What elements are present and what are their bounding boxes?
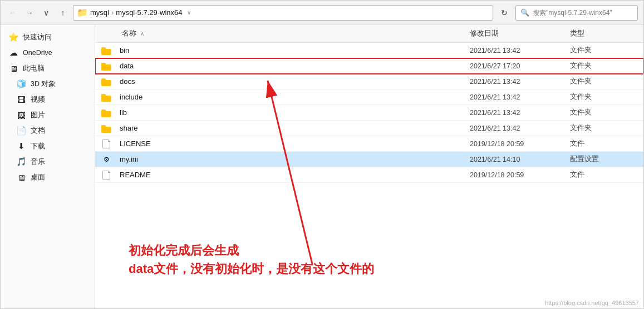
table-row[interactable]: README 2019/12/18 20:59 文件 xyxy=(95,167,643,183)
file-name: LICENSE xyxy=(117,139,465,148)
search-bar: 🔍 xyxy=(515,5,638,21)
search-icon: 🔍 xyxy=(520,8,529,17)
search-input[interactable] xyxy=(533,9,627,17)
sidebar-label-documents: 文档 xyxy=(31,126,45,136)
file-icon-cell xyxy=(95,77,117,86)
file-name: data xyxy=(117,62,465,70)
explorer-window: ← → ∨ ↑ 📁 mysql › mysql-5.7.29-winx64 ∨ … xyxy=(0,0,644,309)
file-name: include xyxy=(117,93,465,101)
file-type: 文件夹 xyxy=(566,123,643,133)
sidebar-label-downloads: 下载 xyxy=(31,142,45,151)
sidebar-label-desktop: 桌面 xyxy=(31,173,45,182)
column-header: 名称 ∧ 修改日期 类型 xyxy=(95,25,643,43)
toolbar: ← → ∨ ↑ 📁 mysql › mysql-5.7.29-winx64 ∨ … xyxy=(1,1,643,25)
sidebar-label-this-pc: 此电脑 xyxy=(23,64,45,73)
file-type: 文件夹 xyxy=(566,77,643,86)
sidebar-label-videos: 视频 xyxy=(31,95,45,104)
table-row[interactable]: lib 2021/6/21 13:42 文件夹 xyxy=(95,105,643,121)
col-type[interactable]: 类型 xyxy=(566,27,643,40)
file-icon-cell xyxy=(95,124,117,133)
address-bar[interactable]: 📁 mysql › mysql-5.7.29-winx64 ∨ xyxy=(73,5,493,21)
sidebar-item-quick-access[interactable]: ⭐ 快速访问 xyxy=(1,29,95,45)
sort-arrow-icon: ∧ xyxy=(140,31,144,37)
file-date: 2019/12/18 20:59 xyxy=(465,140,566,148)
document-icon: 📄 xyxy=(16,126,26,136)
dropdown-nav-button[interactable]: ∨ xyxy=(40,6,53,19)
file-date: 2019/12/18 20:59 xyxy=(465,171,566,179)
file-name: lib xyxy=(117,108,465,117)
sidebar-item-music[interactable]: 🎵 音乐 xyxy=(1,154,95,170)
back-button[interactable]: ← xyxy=(6,6,19,19)
desktop-icon: 🖥 xyxy=(16,172,26,182)
table-row[interactable]: LICENSE 2019/12/18 20:59 文件 xyxy=(95,136,643,152)
table-row[interactable]: ⚙ my.ini 2021/6/21 14:10 配置设置 xyxy=(95,152,643,167)
table-row[interactable]: data 2021/6/27 17:20 文件夹 xyxy=(95,58,643,74)
table-row[interactable]: bin 2021/6/21 13:42 文件夹 xyxy=(95,43,643,58)
file-icon-cell xyxy=(95,93,117,102)
sidebar-label-onedrive: OneDrive xyxy=(23,49,52,57)
table-row[interactable]: share 2021/6/21 13:42 文件夹 xyxy=(95,121,643,136)
sidebar-item-this-pc[interactable]: 🖥 此电脑 xyxy=(1,61,95,76)
sidebar-item-desktop[interactable]: 🖥 桌面 xyxy=(1,170,95,185)
sidebar-label-music: 音乐 xyxy=(31,157,45,167)
file-date: 2021/6/21 13:42 xyxy=(465,109,566,117)
col-name[interactable]: 名称 ∧ xyxy=(117,27,465,40)
file-type: 文件夹 xyxy=(566,46,643,55)
file-name: share xyxy=(117,124,465,132)
address-dropdown-icon[interactable]: ∨ xyxy=(187,9,191,16)
file-date: 2021/6/27 17:20 xyxy=(465,62,566,70)
sidebar-item-documents[interactable]: 📄 文档 xyxy=(1,123,95,138)
col-date[interactable]: 修改日期 xyxy=(465,27,566,40)
file-name: bin xyxy=(117,46,465,54)
file-icon-cell xyxy=(95,62,117,71)
cloud-icon: ☁ xyxy=(8,48,18,58)
file-panel: 名称 ∧ 修改日期 类型 xyxy=(95,25,643,308)
file-icon-cell: ⚙ xyxy=(95,154,117,164)
file-date: 2021/6/21 13:42 xyxy=(465,93,566,101)
file-type: 文件夹 xyxy=(566,108,643,117)
file-type: 文件 xyxy=(566,170,643,180)
file-icon-cell xyxy=(95,170,117,180)
file-icon-cell xyxy=(95,46,117,55)
download-icon: ⬇ xyxy=(16,141,26,151)
sidebar-label-3d-objects: 3D 对象 xyxy=(31,79,56,89)
breadcrumb-part-2: mysql-5.7.29-winx64 xyxy=(116,8,182,17)
sidebar-item-videos[interactable]: 🎞 视频 xyxy=(1,92,95,107)
breadcrumb-part-1: mysql xyxy=(90,8,109,17)
picture-icon: 🖼 xyxy=(16,110,26,120)
main-area: ⭐ 快速访问 ☁ OneDrive 🖥 此电脑 🧊 3D 对象 🎞 视频 🖼 xyxy=(1,25,643,308)
file-date: 2021/6/21 14:10 xyxy=(465,156,566,163)
sidebar-label-quick-access: 快速访问 xyxy=(23,33,52,42)
breadcrumb: mysql › mysql-5.7.29-winx64 xyxy=(90,8,183,17)
sidebar-item-onedrive[interactable]: ☁ OneDrive xyxy=(1,45,95,61)
file-icon-cell xyxy=(95,108,117,117)
video-icon: 🎞 xyxy=(16,94,26,104)
file-date: 2021/6/21 13:42 xyxy=(465,78,566,86)
table-row[interactable]: docs 2021/6/21 13:42 文件夹 xyxy=(95,74,643,89)
refresh-button[interactable]: ↻ xyxy=(496,5,512,21)
table-row[interactable]: include 2021/6/21 13:42 文件夹 xyxy=(95,89,643,105)
sidebar-item-3d-objects[interactable]: 🧊 3D 对象 xyxy=(1,76,95,92)
breadcrumb-sep-1: › xyxy=(111,8,114,17)
file-type: 文件 xyxy=(566,139,643,148)
file-date: 2021/6/21 13:42 xyxy=(465,124,566,132)
file-icon-cell xyxy=(95,139,117,148)
file-name: docs xyxy=(117,77,465,86)
file-name: README xyxy=(117,171,465,179)
sidebar: ⭐ 快速访问 ☁ OneDrive 🖥 此电脑 🧊 3D 对象 🎞 视频 🖼 xyxy=(1,25,95,308)
file-name: my.ini xyxy=(117,155,465,163)
file-type: 文件夹 xyxy=(566,92,643,102)
star-icon: ⭐ xyxy=(8,32,18,42)
cube-icon: 🧊 xyxy=(16,79,26,89)
file-type: 文件夹 xyxy=(566,61,643,71)
up-button[interactable]: ↑ xyxy=(56,6,70,19)
file-list: bin 2021/6/21 13:42 文件夹 data 2021/6/27 1… xyxy=(95,43,643,308)
forward-button[interactable]: → xyxy=(23,6,36,19)
sidebar-item-pictures[interactable]: 🖼 图片 xyxy=(1,107,95,123)
music-icon: 🎵 xyxy=(16,157,26,167)
file-date: 2021/6/21 13:42 xyxy=(465,47,566,54)
file-type: 配置设置 xyxy=(566,154,643,164)
sidebar-label-pictures: 图片 xyxy=(31,111,45,120)
sidebar-item-downloads[interactable]: ⬇ 下载 xyxy=(1,138,95,154)
col-icon xyxy=(95,27,117,40)
